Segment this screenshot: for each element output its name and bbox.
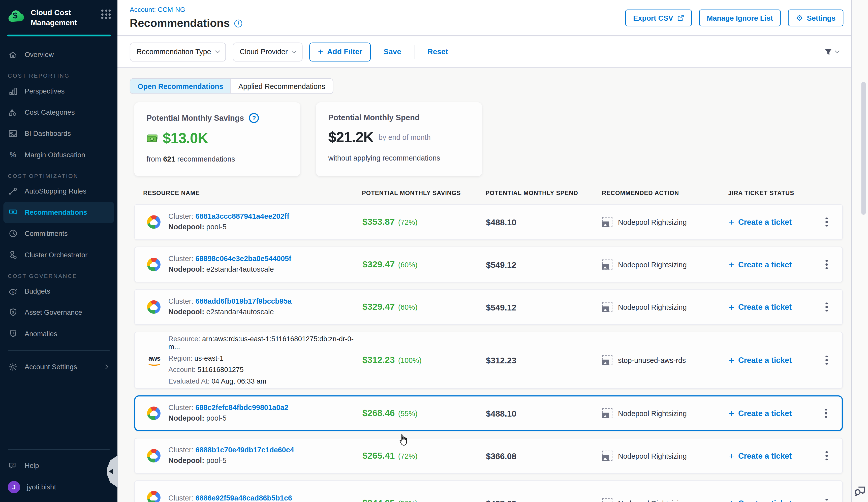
row-menu-button[interactable] — [820, 352, 833, 369]
col-potential-monthly-savings: POTENTIAL MONTHLY SAVINGS — [362, 189, 485, 204]
tab-open-recommendations[interactable]: Open Recommendations — [130, 79, 231, 94]
sidebar-item-overview[interactable]: Overview — [3, 44, 114, 65]
savings-cell: $244.05(57%) — [362, 498, 486, 502]
action-cell: Nodepool Rightsizing — [602, 451, 729, 461]
create-ticket-link[interactable]: +Create a ticket — [728, 217, 820, 227]
filter-panel-toggle[interactable] — [824, 48, 839, 56]
sidebar-item-recommendations[interactable]: Recommendations — [3, 202, 114, 223]
sidebar-item-budgets[interactable]: $ Budgets — [3, 281, 114, 302]
reset-filter-link[interactable]: Reset — [427, 48, 448, 56]
savings-value: $13.0K — [163, 130, 208, 147]
gcp-provider-icon — [147, 407, 161, 420]
settings-button[interactable]: ⚙ Settings — [788, 10, 843, 27]
sidebar-nav: Overview COST REPORTING Perspectives Cos… — [0, 40, 117, 502]
action-type-icon — [602, 355, 612, 365]
user-name: jyoti.bisht — [27, 483, 56, 491]
table-row[interactable]: aws Resource: arn:aws:rds:us-east-1:5116… — [134, 332, 843, 389]
create-ticket-link[interactable]: +Create a ticket — [728, 451, 820, 461]
row-menu-button[interactable] — [820, 299, 833, 315]
scrollbar-thumb[interactable] — [861, 82, 866, 215]
potential-monthly-savings-card: Potential Monthly Savings ? $13.0K from … — [134, 102, 300, 176]
sidebar-item-help[interactable]: ? Help — [3, 455, 114, 476]
plus-icon: + — [318, 48, 323, 56]
funnel-icon — [824, 48, 833, 56]
app-switcher-icon[interactable] — [101, 10, 111, 19]
section-cost-reporting: COST REPORTING — [0, 65, 117, 80]
spend-value: $21.2K — [328, 128, 373, 146]
gcp-provider-icon — [147, 215, 161, 229]
spend-note: without applying recommendations — [328, 154, 470, 162]
chevron-right-icon — [103, 364, 108, 369]
action-cell: Nodepool Rightsizing — [602, 217, 729, 227]
main-area: Account: CCM-NG Recommendations i Export… — [117, 0, 851, 502]
page-title: Recommendations — [130, 17, 230, 30]
row-menu-button[interactable] — [819, 405, 833, 422]
sidebar-item-account-settings[interactable]: Account Settings — [3, 356, 114, 377]
svg-text:?: ? — [11, 463, 14, 467]
recommendation-type-select[interactable]: Recommendation Type — [130, 42, 226, 61]
chevron-down-icon — [216, 49, 220, 53]
gcp-provider-icon — [147, 491, 161, 502]
action-type-icon — [602, 498, 612, 502]
create-ticket-link[interactable]: +Create a ticket — [728, 260, 820, 269]
cluster-link[interactable]: 688c2fefc84fbdc99801a0a2 — [195, 403, 288, 411]
row-menu-button[interactable] — [820, 447, 833, 464]
create-ticket-link[interactable]: +Create a ticket — [728, 355, 820, 365]
sidebar-item-margin-obfuscation[interactable]: % Margin Obfuscation — [3, 144, 114, 165]
help-circle-icon[interactable]: ? — [249, 113, 259, 123]
save-filter-link[interactable]: Save — [384, 48, 401, 56]
table-row[interactable]: Cluster: 6886e92f59a48cad86b5b1c6 $244.0… — [134, 480, 843, 502]
sidebar-item-autostopping-rules[interactable]: AutoStopping Rules — [3, 180, 114, 202]
cluster-link[interactable]: 6888b1c70e49db17c1de60c4 — [195, 446, 294, 454]
clock-icon — [8, 229, 18, 238]
gcp-provider-icon — [147, 300, 161, 314]
row-menu-button[interactable] — [820, 495, 833, 502]
sidebar-item-cost-categories[interactable]: Cost Categories — [3, 102, 114, 123]
support-chat-icon[interactable] — [854, 485, 866, 496]
breadcrumb-account[interactable]: Account: CCM-NG — [130, 6, 185, 13]
export-csv-button[interactable]: Export CSV — [625, 10, 692, 27]
info-icon[interactable]: i — [234, 19, 242, 27]
cloud-cost-logo-icon: $ — [7, 9, 25, 24]
user-profile[interactable]: J jyoti.bisht — [3, 477, 114, 498]
table-row-selected[interactable]: Cluster: 688c2fefc84fbdc99801a0a2 Nodepo… — [134, 395, 843, 431]
app-window: $ Cloud Cost Management Overview COST RE… — [0, 0, 868, 502]
table-row[interactable]: Cluster: 68898c064e3e2ba0e544005f Nodepo… — [134, 247, 843, 282]
col-potential-monthly-spend: POTENTIAL MONTHLY SPEND — [485, 189, 602, 204]
cluster-link[interactable]: 68898c064e3e2ba0e544005f — [195, 254, 291, 263]
add-filter-button[interactable]: + Add Filter — [310, 42, 371, 61]
row-menu-button[interactable] — [820, 256, 833, 273]
sidebar-divider — [8, 350, 110, 350]
sidebar-item-cluster-orchestrator[interactable]: Cluster Orchestrator — [3, 244, 114, 265]
content-area: Open Recommendations Applied Recommendat… — [117, 68, 851, 502]
savings-cell: $268.46(55%) — [362, 408, 486, 418]
cluster-link[interactable]: 6881a3ccc887941a4ee202ff — [195, 212, 289, 220]
table-row[interactable]: Cluster: 6881a3ccc887941a4ee202ff Nodepo… — [134, 204, 843, 240]
help-chat-icon: ? — [8, 461, 18, 471]
cluster-link[interactable]: 6886e92f59a48cad86b5b1c6 — [195, 493, 292, 502]
right-rail — [851, 0, 868, 502]
savings-cell: $265.41(72%) — [362, 451, 486, 461]
spend-cell: $549.12 — [486, 260, 602, 269]
sidebar-item-commitments[interactable]: Commitments — [3, 223, 114, 244]
col-jira-ticket-status: JIRA TICKET STATUS — [728, 189, 851, 204]
cloud-provider-select[interactable]: Cloud Provider — [233, 42, 303, 61]
create-ticket-link[interactable]: +Create a ticket — [728, 302, 820, 312]
sidebar-item-asset-governance[interactable]: $ Asset Governance — [3, 302, 114, 323]
sidebar-item-perspectives[interactable]: Perspectives — [3, 80, 114, 102]
create-ticket-link[interactable]: +Create a ticket — [728, 499, 820, 502]
plus-icon: + — [728, 499, 734, 502]
sidebar-item-anomalies[interactable]: Anomalies — [3, 323, 114, 344]
chevron-down-icon — [835, 49, 840, 53]
table-row[interactable]: Cluster: 688add6fb019b17f9bccb95a Nodepo… — [134, 289, 843, 325]
sidebar-item-bi-dashboards[interactable]: BI Dashboards — [3, 123, 114, 144]
manage-ignore-list-button[interactable]: Manage Ignore List — [699, 10, 781, 27]
dollar-glyph: $ — [13, 11, 18, 20]
cluster-link[interactable]: 688add6fb019b17f9bccb95a — [195, 297, 292, 305]
tab-applied-recommendations[interactable]: Applied Recommendations — [231, 79, 333, 94]
row-menu-button[interactable] — [820, 214, 833, 231]
create-ticket-link[interactable]: +Create a ticket — [728, 408, 819, 418]
table-row[interactable]: Cluster: 6888b1c70e49db17c1de60c4 Nodepo… — [134, 438, 843, 474]
spend-cell: $366.08 — [486, 451, 602, 461]
action-type-icon — [602, 408, 612, 418]
